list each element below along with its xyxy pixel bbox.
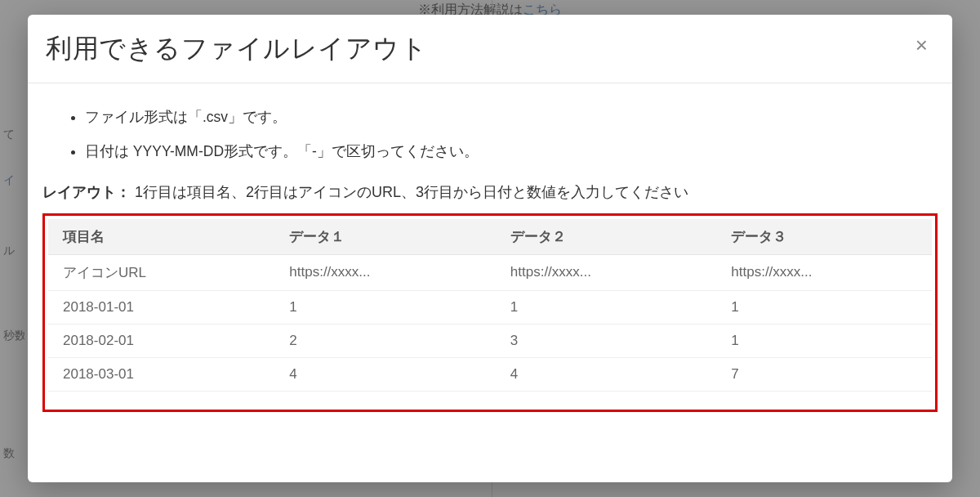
info-bullet: 日付は YYYY-MM-DD形式です。「-」で区切ってください。 xyxy=(85,141,938,162)
col-header: データ３ xyxy=(719,219,932,255)
layout-desc-text: 1行目は項目名、2行目はアイコンのURL、3行目から日付と数値を入力してください xyxy=(135,184,688,200)
modal-title: 利用できるファイルレイアウト xyxy=(46,31,427,66)
modal-header: 利用できるファイルレイアウト × xyxy=(28,15,952,83)
cell: https://xxxx... xyxy=(719,254,932,290)
table-header-row: 項目名 データ１ データ２ データ３ xyxy=(48,219,932,255)
cell: 1 xyxy=(719,324,932,357)
info-list: ファイル形式は「.csv」です。 日付は YYYY-MM-DD形式です。「-」で… xyxy=(42,106,938,163)
layout-label: レイアウト： xyxy=(42,184,131,200)
close-button[interactable]: × xyxy=(912,33,931,57)
layout-description: レイアウト： 1行目は項目名、2行目はアイコンのURL、3行目から日付と数値を入… xyxy=(42,182,938,202)
close-icon: × xyxy=(915,33,928,57)
table-row: 2018-02-01 2 3 1 xyxy=(48,324,932,357)
cell: 2018-01-01 xyxy=(48,290,278,324)
cell: https://xxxx... xyxy=(278,254,499,290)
cell: 1 xyxy=(719,290,932,324)
cell: 3 xyxy=(499,324,720,357)
info-bullet: ファイル形式は「.csv」です。 xyxy=(85,106,938,128)
cell: 2018-02-01 xyxy=(48,324,278,357)
cell: 1 xyxy=(278,290,499,324)
table-row: 2018-03-01 4 4 7 xyxy=(48,357,932,391)
cell: 2 xyxy=(278,324,499,357)
cell: 2018-03-01 xyxy=(48,357,278,391)
file-layout-modal: 利用できるファイルレイアウト × ファイル形式は「.csv」です。 日付は YY… xyxy=(28,15,952,482)
col-header: データ２ xyxy=(499,219,720,255)
col-header: データ１ xyxy=(278,219,499,255)
cell: 4 xyxy=(278,357,499,391)
table-row: 2018-01-01 1 1 1 xyxy=(48,290,932,324)
table-row: アイコンURL https://xxxx... https://xxxx... … xyxy=(48,254,932,290)
cell: 7 xyxy=(719,357,932,391)
layout-table: 項目名 データ１ データ２ データ３ アイコンURL https://xxxx.… xyxy=(48,219,932,392)
cell: https://xxxx... xyxy=(499,254,720,290)
cell: 4 xyxy=(499,357,720,391)
cell: アイコンURL xyxy=(48,254,278,290)
table-highlight-frame: 項目名 データ１ データ２ データ３ アイコンURL https://xxxx.… xyxy=(42,213,938,412)
modal-body: ファイル形式は「.csv」です。 日付は YYYY-MM-DD形式です。「-」で… xyxy=(28,83,952,423)
col-header: 項目名 xyxy=(48,219,278,255)
cell: 1 xyxy=(499,290,720,324)
